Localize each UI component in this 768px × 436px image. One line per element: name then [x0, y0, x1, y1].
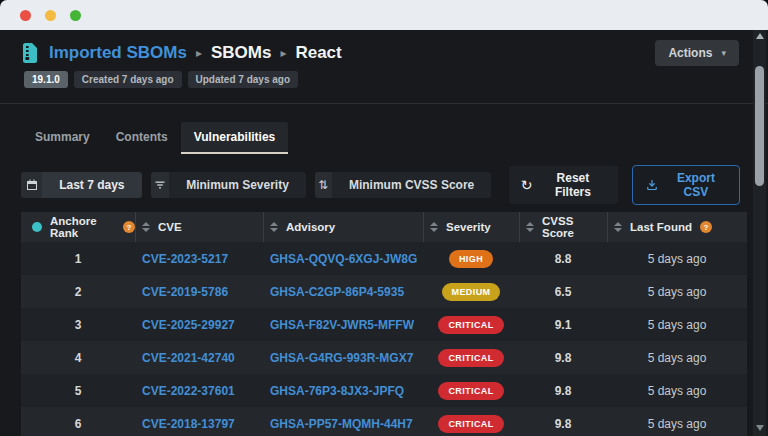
severity-badge: CRITICAL — [438, 382, 503, 400]
severity-cell: CRITICAL — [423, 382, 519, 400]
breadcrumb-separator-icon: ▸ — [280, 46, 286, 60]
advisory-link[interactable]: GHSA-QQVQ-6XGJ-JW8G — [270, 252, 417, 266]
actions-button[interactable]: Actions ▾ — [655, 40, 739, 66]
advisory-link[interactable]: GHSA-G4RG-993R-MGX7 — [270, 351, 413, 365]
window-titlebar — [0, 0, 768, 30]
filter-icon — [151, 172, 170, 198]
export-csv-button[interactable]: Export CSV — [632, 165, 740, 205]
version-badge: 19.1.0 — [24, 71, 68, 88]
breadcrumb-separator-icon: ▸ — [196, 46, 202, 60]
column-label: Last Found — [630, 221, 692, 233]
cve-cell: CVE-2022-37601 — [135, 384, 263, 398]
column-label: CVSS Score — [542, 215, 607, 239]
maximize-window-button[interactable] — [70, 10, 81, 21]
help-icon[interactable]: ? — [123, 221, 135, 233]
column-label: Severity — [446, 221, 491, 233]
reset-filters-label: Reset Filters — [540, 171, 606, 199]
rank-cell: 2 — [21, 285, 135, 299]
severity-badge: MEDIUM — [442, 283, 501, 301]
table-row: 2 CVE-2019-5786 GHSA-C2GP-86P4-5935 MEDI… — [21, 275, 747, 308]
filter-bar: Last 7 days Minimum Severity ⇅ Minimum C… — [21, 172, 740, 198]
rank-cell: 1 — [21, 252, 135, 266]
minimum-severity-filter-label: Minimum Severity — [169, 172, 306, 198]
advisory-link[interactable]: GHSA-76P3-8JX3-JPFQ — [270, 384, 404, 398]
cve-link[interactable]: CVE-2021-42740 — [142, 351, 235, 365]
page-header: Imported SBOMs ▸ SBOMs ▸ React Actions ▾… — [0, 30, 768, 88]
cve-link[interactable]: CVE-2023-5217 — [142, 252, 228, 266]
header-divider — [0, 103, 768, 104]
cvss-cell: 6.5 — [519, 285, 607, 299]
tab-bar: Summary Contents Vulnerabilities — [22, 122, 768, 154]
last-found-cell: 5 days ago — [607, 252, 747, 266]
column-header-last-found[interactable]: Last Found ? — [607, 212, 747, 242]
sort-icon[interactable] — [270, 222, 278, 232]
column-label: Anchore Rank — [50, 215, 115, 239]
vulnerabilities-table: Anchore Rank ? CVE Advisory Severity CVS… — [21, 212, 747, 436]
column-header-cvss-score[interactable]: CVSS Score — [519, 212, 607, 242]
table-row: 3 CVE-2025-29927 GHSA-F82V-JWR5-MFFW CRI… — [21, 308, 747, 341]
cve-link[interactable]: CVE-2019-5786 — [142, 285, 228, 299]
advisory-cell: GHSA-C2GP-86P4-5935 — [263, 285, 423, 299]
date-range-filter[interactable]: Last 7 days — [21, 172, 142, 198]
advisory-cell: GHSA-QQVQ-6XGJ-JW8G — [263, 252, 423, 266]
help-icon[interactable]: ? — [700, 221, 712, 233]
sbom-file-icon — [22, 43, 38, 63]
sort-arrows-icon: ⇅ — [315, 172, 332, 198]
advisory-link[interactable]: GHSA-F82V-JWR5-MFFW — [270, 318, 414, 332]
last-found-cell: 5 days ago — [607, 285, 747, 299]
reset-icon: ↺ — [521, 178, 533, 192]
last-found-cell: 5 days ago — [607, 351, 747, 365]
severity-badge: HIGH — [449, 250, 493, 268]
scrollbar-thumb[interactable] — [755, 66, 764, 186]
sort-icon[interactable] — [614, 222, 622, 232]
breadcrumb-imported-sboms[interactable]: Imported SBOMs — [49, 43, 187, 63]
table-header-row: Anchore Rank ? CVE Advisory Severity CVS… — [21, 212, 747, 242]
close-window-button[interactable] — [20, 10, 31, 21]
app-window: Imported SBOMs ▸ SBOMs ▸ React Actions ▾… — [0, 0, 768, 436]
tab-contents[interactable]: Contents — [103, 122, 181, 154]
table-row: 4 CVE-2021-42740 GHSA-G4RG-993R-MGX7 CRI… — [21, 341, 747, 374]
scroll-down-arrow-icon[interactable] — [756, 425, 764, 431]
cvss-cell: 9.8 — [519, 384, 607, 398]
minimize-window-button[interactable] — [45, 10, 56, 21]
advisory-link[interactable]: GHSA-PP57-MQMH-44H7 — [270, 417, 413, 431]
minimum-severity-filter[interactable]: Minimum Severity — [151, 172, 306, 198]
created-badge: Created 7 days ago — [74, 71, 182, 88]
rank-cell: 5 — [21, 384, 135, 398]
cve-link[interactable]: CVE-2018-13797 — [142, 417, 235, 431]
reset-filters-button[interactable]: ↺ Reset Filters — [509, 166, 618, 204]
cvss-cell: 9.8 — [519, 351, 607, 365]
cve-link[interactable]: CVE-2025-29927 — [142, 318, 235, 332]
minimum-cvss-filter-label: Minimum CVSS Score — [332, 172, 491, 198]
column-label: CVE — [158, 221, 182, 233]
column-header-severity[interactable]: Severity — [423, 212, 519, 242]
tab-summary[interactable]: Summary — [22, 122, 103, 154]
sort-icon[interactable] — [142, 222, 150, 232]
cve-link[interactable]: CVE-2022-37601 — [142, 384, 235, 398]
sort-icon[interactable] — [526, 222, 534, 232]
advisory-cell: GHSA-PP57-MQMH-44H7 — [263, 417, 423, 431]
calendar-icon — [21, 172, 42, 198]
severity-cell: CRITICAL — [423, 349, 519, 367]
sort-icon[interactable] — [430, 222, 438, 232]
severity-cell: CRITICAL — [423, 316, 519, 334]
breadcrumb: Imported SBOMs ▸ SBOMs ▸ React — [22, 43, 746, 63]
rank-cell: 6 — [21, 417, 135, 431]
cve-cell: CVE-2023-5217 — [135, 252, 263, 266]
date-range-filter-label: Last 7 days — [42, 172, 141, 198]
scroll-up-arrow-icon[interactable] — [756, 33, 764, 39]
column-header-cve[interactable]: CVE — [135, 212, 263, 242]
chevron-down-icon: ▾ — [721, 48, 726, 58]
rank-cell: 4 — [21, 351, 135, 365]
severity-badge: CRITICAL — [438, 316, 503, 334]
actions-button-label: Actions — [668, 46, 712, 60]
advisory-link[interactable]: GHSA-C2GP-86P4-5935 — [270, 285, 404, 299]
sbom-meta-row: 19.1.0 Created 7 days ago Updated 7 days… — [24, 71, 746, 88]
column-header-advisory[interactable]: Advisory — [263, 212, 423, 242]
tab-vulnerabilities[interactable]: Vulnerabilities — [181, 122, 289, 154]
last-found-cell: 5 days ago — [607, 384, 747, 398]
minimum-cvss-filter[interactable]: ⇅ Minimum CVSS Score — [315, 172, 491, 198]
download-icon — [646, 179, 658, 191]
severity-badge: CRITICAL — [438, 349, 503, 367]
vertical-scrollbar[interactable] — [753, 30, 766, 436]
